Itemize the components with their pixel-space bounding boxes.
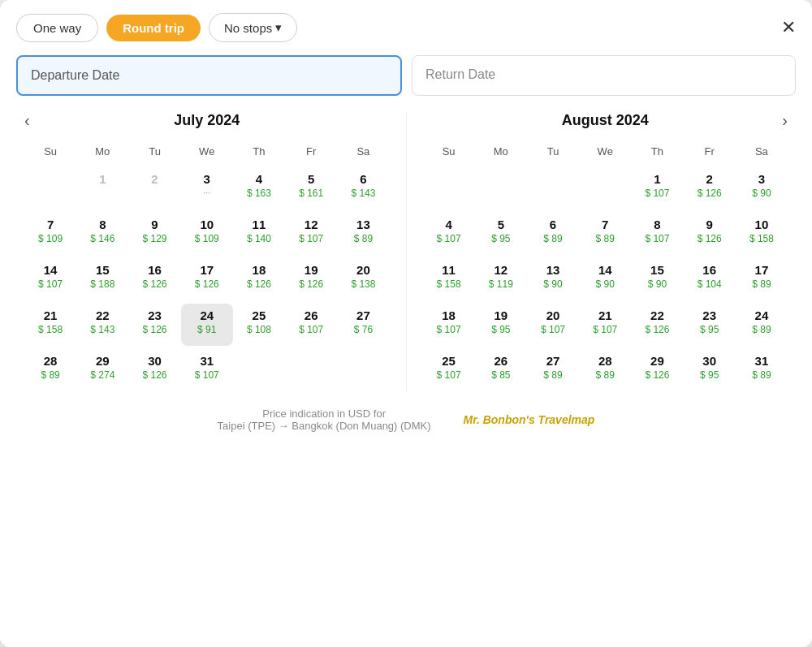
day-price: $ 126 (143, 324, 167, 335)
day-header-su: Su (24, 142, 76, 161)
day-cell[interactable]: 21$ 107 (579, 304, 631, 346)
day-cell[interactable]: 11$ 140 (233, 213, 285, 255)
day-cell[interactable]: 29$ 274 (76, 349, 128, 391)
day-cell[interactable]: 23$ 126 (128, 304, 180, 346)
day-number: 31 (755, 354, 769, 368)
august-nav: August 2024 › (423, 112, 788, 129)
day-cell[interactable]: 26$ 107 (285, 304, 337, 346)
day-price: $ 158 (38, 324, 63, 335)
day-cell[interactable]: 7$ 89 (579, 213, 631, 255)
return-date-input[interactable]: Return Date (412, 55, 796, 96)
day-cell[interactable]: 18$ 126 (233, 258, 285, 300)
no-stops-button[interactable]: No stops ▾ (209, 13, 297, 42)
no-stops-label: No stops (224, 21, 272, 35)
day-cell[interactable]: 6$ 143 (337, 167, 389, 209)
day-number: 18 (253, 263, 266, 277)
day-cell[interactable]: 10$ 109 (181, 213, 233, 255)
day-cell[interactable]: 28$ 89 (24, 349, 76, 391)
day-price: $ 158 (437, 278, 461, 290)
day-cell[interactable]: 20$ 138 (337, 258, 389, 300)
day-cell[interactable]: 8$ 146 (76, 213, 128, 255)
day-cell[interactable]: 16$ 104 (684, 258, 736, 300)
day-cell[interactable]: 12$ 107 (285, 213, 337, 255)
day-cell[interactable]: 24$ 91 (181, 304, 233, 346)
day-cell[interactable]: 12$ 119 (475, 258, 527, 300)
day-cell[interactable]: 22$ 126 (631, 304, 683, 346)
day-cell[interactable]: 24$ 89 (736, 304, 788, 346)
day-cell[interactable]: 18$ 107 (423, 304, 475, 346)
day-cell[interactable]: 31$ 107 (181, 349, 233, 391)
day-number: 13 (356, 218, 370, 231)
day-number: 8 (99, 218, 106, 231)
day-number: 17 (755, 263, 769, 277)
day-cell[interactable]: 19$ 126 (285, 258, 337, 300)
day-price: $ 107 (38, 278, 63, 290)
day-price: $ 140 (247, 233, 271, 244)
day-cell[interactable]: 16$ 126 (128, 258, 180, 300)
day-cell[interactable]: 5$ 161 (285, 167, 337, 209)
day-cell[interactable]: 25$ 107 (423, 349, 475, 391)
day-number: 1 (654, 172, 660, 186)
day-cell[interactable]: 31$ 89 (736, 349, 788, 391)
day-cell[interactable]: 8$ 107 (631, 213, 683, 255)
august-day-headers: Su Mo Tu We Th Fr Sa (423, 142, 788, 161)
day-cell[interactable]: 13$ 90 (527, 258, 579, 300)
day-price: $ 129 (143, 233, 167, 244)
day-price: $ 89 (354, 233, 373, 244)
day-cell[interactable]: 19$ 95 (475, 304, 527, 346)
day-cell[interactable]: 23$ 95 (684, 304, 736, 346)
day-cell[interactable]: 28$ 89 (579, 349, 631, 391)
day-cell[interactable]: 30$ 95 (684, 349, 736, 391)
day-number: 26 (494, 354, 508, 368)
day-number: 10 (200, 218, 214, 231)
day-number: 21 (44, 308, 58, 322)
day-cell[interactable]: 9$ 126 (684, 213, 736, 255)
next-month-button[interactable]: › (782, 111, 788, 130)
day-cell[interactable]: 3··· (181, 167, 233, 209)
day-price: $ 90 (596, 278, 615, 290)
day-cell[interactable]: 3$ 90 (736, 167, 788, 209)
day-cell[interactable]: 11$ 158 (423, 258, 475, 300)
day-cell[interactable]: 10$ 158 (736, 213, 788, 255)
day-cell[interactable]: 6$ 89 (527, 213, 579, 255)
day-cell[interactable]: 20$ 107 (527, 304, 579, 346)
day-price: $ 126 (143, 278, 167, 290)
day-cell[interactable]: 27$ 89 (527, 349, 579, 391)
day-number: 31 (200, 354, 214, 368)
departure-date-input[interactable]: Departure Date (16, 55, 402, 96)
day-cell[interactable]: 9$ 129 (128, 213, 180, 255)
footer-brand: Mr. Bonbon's Travelmap (464, 413, 595, 426)
day-cell[interactable]: 4$ 107 (423, 213, 475, 255)
day-cell[interactable]: 13$ 89 (337, 213, 389, 255)
day-cell[interactable]: 26$ 85 (475, 349, 527, 391)
july-nav: ‹ July 2024 (24, 112, 390, 129)
day-number: 24 (755, 308, 769, 322)
day-header-mo: Mo (76, 142, 128, 161)
day-cell[interactable]: 21$ 158 (24, 304, 76, 346)
day-cell[interactable]: 14$ 90 (579, 258, 631, 300)
one-way-button[interactable]: One way (16, 14, 98, 42)
day-price: $ 90 (752, 188, 771, 199)
day-cell[interactable]: 17$ 89 (736, 258, 788, 300)
day-cell[interactable]: 29$ 126 (631, 349, 683, 391)
day-number: 13 (546, 263, 560, 277)
day-cell[interactable]: 30$ 126 (128, 349, 180, 391)
day-cell[interactable]: 17$ 126 (181, 258, 233, 300)
day-cell[interactable]: 1$ 107 (631, 167, 683, 209)
day-price: $ 138 (351, 278, 375, 290)
day-number: 28 (44, 354, 58, 368)
day-cell[interactable]: 25$ 108 (233, 304, 285, 346)
day-cell[interactable]: 15$ 188 (76, 258, 128, 300)
day-cell[interactable]: 15$ 90 (631, 258, 683, 300)
day-cell[interactable]: 22$ 143 (76, 304, 128, 346)
close-button[interactable]: ✕ (781, 19, 796, 37)
day-cell[interactable]: 14$ 107 (24, 258, 76, 300)
round-trip-button[interactable]: Round trip (106, 15, 201, 41)
day-cell[interactable]: 5$ 95 (475, 213, 527, 255)
prev-month-button[interactable]: ‹ (24, 111, 30, 130)
day-cell[interactable]: 4$ 163 (233, 167, 285, 209)
day-number: 24 (200, 308, 214, 322)
day-cell[interactable]: 27$ 76 (337, 304, 389, 346)
day-cell[interactable]: 7$ 109 (24, 213, 76, 255)
day-cell[interactable]: 2$ 126 (684, 167, 736, 209)
